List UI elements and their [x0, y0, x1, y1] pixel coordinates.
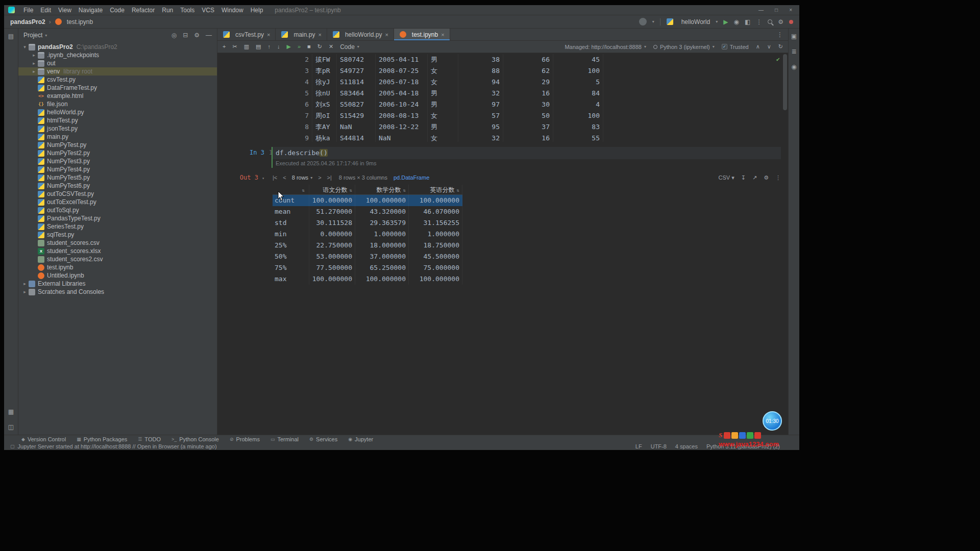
jupyter-server-selector[interactable]: Managed: http://localhost:8888 ▾ [565, 44, 646, 50]
page-size-selector[interactable]: 8 rows ▾ [292, 174, 312, 181]
run-config-selector[interactable]: helloWorld [681, 18, 710, 26]
breadcrumb-file[interactable]: test.ipynb [55, 18, 93, 26]
status-lf[interactable]: LF [635, 443, 642, 449]
user-avatar[interactable] [639, 18, 647, 26]
tree-item-test-ipynb[interactable]: test.ipynb [18, 263, 217, 271]
statusbar-python-console[interactable]: >_Python Console [172, 436, 219, 442]
tab-main-py[interactable]: main.py× [276, 29, 327, 40]
project-tool-icon[interactable]: ▤ [8, 33, 14, 40]
editor-scrollbar[interactable] [783, 54, 787, 110]
more-options-button[interactable]: ⋮ [775, 174, 781, 181]
notifications-tool-icon[interactable]: ▣ [791, 33, 797, 40]
tab-helloworld-py[interactable]: helloWorld.py× [327, 29, 394, 40]
expand-outputs-button[interactable]: ∨ [767, 43, 771, 50]
tree-item-student-scores-xlsx[interactable]: Xstudent_scores.xlsx [18, 247, 217, 255]
menu-edit[interactable]: Edit [37, 7, 55, 14]
menu-run[interactable]: Run [158, 7, 177, 14]
move-cell-up-icon[interactable]: ↑ [267, 43, 271, 50]
database-tool-icon[interactable]: ≣ [791, 48, 796, 55]
tab-test-ipynb[interactable]: test.ipynb× [394, 29, 450, 40]
tree-item-jsontest-py[interactable]: jsonTest.py [18, 124, 217, 133]
run-cell-icon[interactable]: ▶ [286, 43, 290, 50]
describe-col-header-2[interactable]: 数学分数⇅ [355, 185, 409, 194]
tree-item-file-json[interactable]: {}file.json [18, 100, 217, 108]
chevron-collapsed-icon[interactable]: ▸ [31, 61, 37, 66]
status-4-spaces[interactable]: 4 spaces [675, 443, 698, 449]
tree-item-venv[interactable]: ▸venvlibrary root [18, 67, 217, 76]
describe-row-50[interactable]: 50%53.00000037.00000045.500000 [273, 251, 462, 262]
tree-item-numpytest4-py[interactable]: NumPyTest4.py [18, 165, 217, 173]
more-actions-button[interactable]: ⋮ [756, 18, 762, 26]
stop-kernel-icon[interactable]: ■ [307, 43, 311, 50]
menu-refactor[interactable]: Refactor [128, 7, 158, 14]
out-label[interactable]: Out 3 ▾ [231, 174, 264, 181]
cell-type-selector[interactable]: Code ▾ [340, 43, 359, 51]
tree-item-dataframetest-py[interactable]: DataFrameTest.py [18, 84, 217, 92]
statusbar-todo[interactable]: ☰TODO [138, 436, 161, 442]
menu-code[interactable]: Code [106, 7, 128, 14]
delete-cell-icon[interactable]: ✕ [329, 43, 333, 50]
tree-item-outtoexceltest-py[interactable]: outToExcelTest.py [18, 198, 217, 206]
open-in-new-button[interactable]: ↗ [752, 174, 757, 181]
tree-item-out[interactable]: ▸out [18, 59, 217, 67]
describe-col-header-3[interactable]: 英语分数⇅ [409, 185, 462, 194]
tab-csvtest-py[interactable]: csvTest.py× [217, 29, 276, 40]
refresh-kernel-button[interactable]: ↻ [778, 43, 783, 50]
tree-item-numpytest5-py[interactable]: NumPyTest5.py [18, 173, 217, 182]
export-csv-button[interactable]: CSV ▾ [718, 174, 734, 181]
copy-cell-icon[interactable]: ▥ [244, 43, 249, 50]
trusted-checkbox[interactable]: ✓ Trusted [722, 44, 749, 50]
close-tab-icon[interactable]: × [318, 32, 321, 38]
coverage-button[interactable]: ◧ [745, 18, 750, 26]
minimize-button[interactable]: — [758, 7, 764, 13]
statusbar-services[interactable]: ⚙Services [309, 436, 337, 442]
code-cell[interactable]: df.describe() Executed at 2025.04.26 17:… [272, 147, 781, 168]
tree-item-numpytest3-py[interactable]: NumPyTest3.py [18, 157, 217, 165]
tree-item-student-scores-csv[interactable]: student_scores.csv [18, 239, 217, 247]
close-tab-icon[interactable]: × [441, 32, 444, 38]
describe-row-max[interactable]: max100.000000100.000000100.000000 [273, 273, 462, 285]
chevron-collapsed-icon[interactable]: ▸ [21, 281, 28, 286]
menu-file[interactable]: File [20, 7, 37, 14]
menu-help[interactable]: Help [247, 7, 267, 14]
breadcrumb-project[interactable]: pandasPro2 [10, 18, 45, 26]
locate-file-button[interactable]: ◎ [172, 32, 177, 39]
describe-col-header-1[interactable]: 语文分数⇅ [309, 185, 355, 194]
tree-item-external-libraries[interactable]: ▸External Libraries [18, 280, 217, 288]
close-tab-icon[interactable]: × [267, 32, 270, 38]
close-tab-icon[interactable]: × [385, 32, 388, 38]
collapse-outputs-button[interactable]: ∧ [756, 43, 760, 50]
statusbar-python-packages[interactable]: ▦Python Packages [77, 436, 127, 442]
tree-item-student-scores2-csv[interactable]: student_scores2.csv [18, 255, 217, 263]
move-cell-down-icon[interactable]: ↓ [277, 43, 280, 50]
run-button[interactable]: ▶ [723, 18, 728, 26]
close-button[interactable]: × [789, 7, 792, 13]
dataframe-type-link[interactable]: pd.DataFrame [394, 174, 429, 181]
tree-item-seriestest-py[interactable]: SeriesTest.py [18, 222, 217, 231]
maximize-button[interactable]: □ [775, 7, 778, 13]
tree-item-untitled-ipynb[interactable]: Untitled.ipynb [18, 271, 217, 280]
chevron-collapsed-icon[interactable]: ▸ [31, 53, 37, 58]
tree-item-numpytest6-py[interactable]: NumPyTest6.py [18, 182, 217, 190]
status-message[interactable]: Jupyter Server started at http://localho… [18, 443, 217, 449]
describe-row-count[interactable]: count100.000000100.000000100.000000 [273, 195, 462, 206]
menu-window[interactable]: Window [218, 7, 247, 14]
sciview-tool-icon[interactable]: ◉ [791, 63, 796, 70]
tree-item-numpytest-py[interactable]: NumPyTest.py [18, 141, 217, 149]
hide-panel-button[interactable]: — [206, 32, 212, 39]
first-page-button[interactable]: |< [273, 174, 277, 181]
download-button[interactable]: ↧ [741, 174, 746, 181]
chevron-expanded-icon[interactable]: ▾ [21, 44, 28, 49]
chevron-collapsed-icon[interactable]: ▸ [31, 69, 37, 74]
tree-item-ipynb-checkpoints[interactable]: ▸.ipynb_checkpoints [18, 51, 217, 59]
tree-item-numpytest2-py[interactable]: NumPyTest2.py [18, 149, 217, 157]
tree-item-scratches-and-consoles[interactable]: ▸Scratches and Consoles [18, 288, 217, 296]
menu-vcs[interactable]: VCS [198, 7, 218, 14]
statusbar-terminal[interactable]: ▭Terminal [271, 436, 299, 442]
status-utf-8[interactable]: UTF-8 [651, 443, 667, 449]
run-all-cells-icon[interactable]: » [298, 43, 301, 50]
tree-item-pandaspro2[interactable]: ▾pandasPro2C:\pandasPro2 [18, 43, 217, 51]
chevron-down-icon[interactable]: ▾ [45, 33, 47, 38]
panel-settings-button[interactable]: ⚙ [194, 32, 200, 39]
statusbar-jupyter[interactable]: ◉Jupyter [348, 436, 373, 442]
